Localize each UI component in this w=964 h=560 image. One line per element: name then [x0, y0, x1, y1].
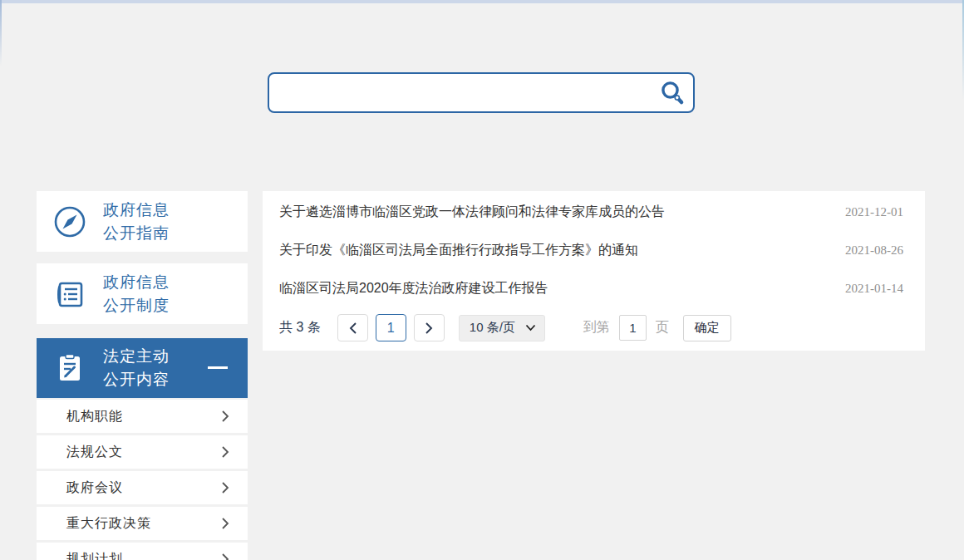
chevron-right-icon — [221, 410, 229, 423]
minus-icon — [208, 366, 228, 369]
article-list-panel: 关于遴选淄博市临淄区党政一体法律顾问和法律专家库成员的公告 2021-12-01… — [263, 191, 925, 351]
open-book-icon — [37, 277, 103, 312]
confirm-button[interactable]: 确定 — [683, 315, 731, 341]
chevron-left-icon — [348, 322, 357, 335]
chevron-right-icon — [221, 445, 229, 459]
page-top-strip — [0, 0, 964, 3]
sidebar-item-label: 法定主动 — [103, 345, 170, 368]
search-button[interactable] — [652, 74, 693, 111]
prev-page-button[interactable] — [337, 314, 368, 341]
page-size-value: 10 条/页 — [470, 320, 515, 336]
sidebar-item-guide[interactable]: 政府信息 公开指南 — [37, 191, 248, 252]
sidebar-item-system[interactable]: 政府信息 公开制度 — [37, 263, 248, 324]
chevron-right-icon — [221, 481, 229, 494]
submenu-item-label: 重大行政决策 — [66, 515, 151, 533]
submenu-item-major-decisions[interactable]: 重大行政决策 — [37, 507, 248, 540]
chevron-right-icon — [221, 553, 229, 560]
search-input[interactable] — [269, 74, 652, 111]
page-number-button[interactable]: 1 — [376, 314, 406, 341]
submenu-item-org-functions[interactable]: 机构职能 — [37, 400, 248, 433]
article-date: 2021-12-01 — [845, 205, 903, 219]
goto-page-prefix: 到第 — [583, 319, 610, 336]
article-date: 2021-01-14 — [845, 282, 903, 296]
sidebar-submenu: 机构职能 法规公文 政府会议 重大行政决策 规划计划 — [37, 400, 248, 560]
compass-icon — [37, 204, 103, 239]
pagination-bar: 共 3 条 1 10 条/页 到第 页 确定 — [263, 314, 925, 341]
submenu-item-plans[interactable]: 规划计划 — [37, 543, 248, 560]
list-item: 关于遴选淄博市临淄区党政一体法律顾问和法律专家库成员的公告 2021-12-01 — [263, 193, 925, 231]
article-title-link[interactable]: 关于印发《临淄区司法局全面推行行政指导工作方案》的通知 — [279, 242, 638, 259]
list-item: 关于印发《临淄区司法局全面推行行政指导工作方案》的通知 2021-08-26 — [263, 231, 925, 269]
submenu-item-label: 机构职能 — [66, 408, 123, 425]
sidebar-item-mandatory-disclosure[interactable]: 法定主动 公开内容 — [37, 338, 248, 398]
next-page-button[interactable] — [414, 314, 445, 341]
submenu-item-label: 政府会议 — [66, 479, 123, 497]
search-icon — [659, 80, 686, 106]
submenu-item-regulations[interactable]: 法规公文 — [37, 435, 248, 469]
submenu-item-label: 法规公文 — [66, 444, 123, 461]
pagination-total: 共 3 条 — [279, 319, 321, 336]
chevron-down-icon — [525, 324, 536, 332]
submenu-item-label: 规划计划 — [66, 551, 123, 560]
sidebar: 政府信息 公开指南 政府信息 公开制度 — [37, 191, 248, 560]
submenu-item-gov-meetings[interactable]: 政府会议 — [37, 471, 248, 504]
goto-page-input[interactable] — [619, 315, 647, 341]
goto-page-suffix: 页 — [656, 319, 669, 336]
sidebar-item-label: 公开指南 — [103, 222, 170, 245]
clipboard-pen-icon — [37, 351, 103, 385]
list-item: 临淄区司法局2020年度法治政府建设工作报告 2021-01-14 — [263, 269, 925, 307]
article-title-link[interactable]: 关于遴选淄博市临淄区党政一体法律顾问和法律专家库成员的公告 — [279, 204, 665, 221]
sidebar-item-label: 政府信息 — [103, 271, 170, 294]
sidebar-item-label: 公开制度 — [103, 294, 170, 317]
article-date: 2021-08-26 — [845, 243, 903, 258]
sidebar-item-label: 公开内容 — [103, 368, 170, 391]
chevron-right-icon — [221, 517, 229, 530]
page-size-select[interactable]: 10 条/页 — [459, 315, 545, 341]
search-bar — [268, 72, 695, 113]
chevron-right-icon — [425, 322, 434, 335]
page-left-edge — [0, 0, 2, 66]
article-title-link[interactable]: 临淄区司法局2020年度法治政府建设工作报告 — [279, 280, 548, 297]
sidebar-item-label: 政府信息 — [103, 199, 170, 222]
